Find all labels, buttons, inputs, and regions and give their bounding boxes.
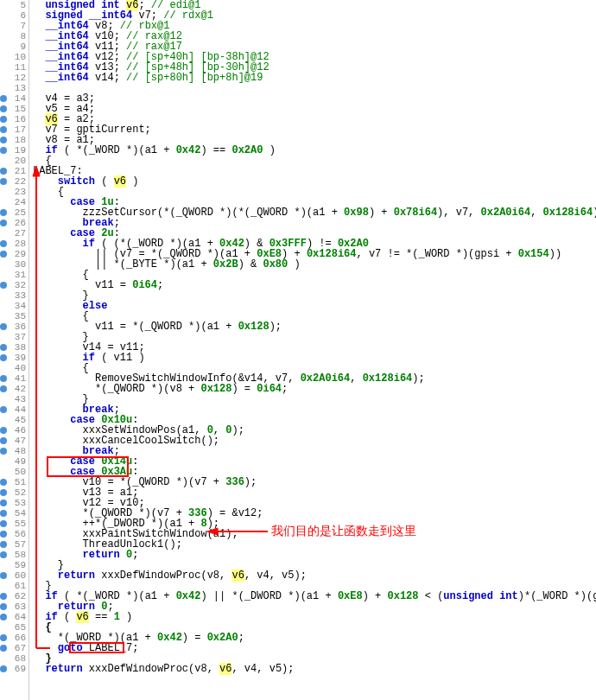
- gutter-row[interactable]: 60: [0, 570, 29, 581]
- gutter-row[interactable]: 59: [0, 560, 29, 570]
- gutter-row[interactable]: 54: [0, 508, 29, 519]
- gutter-row[interactable]: 13: [0, 83, 29, 93]
- gutter-row[interactable]: 24: [0, 197, 29, 207]
- breakpoint-dot[interactable]: [0, 541, 7, 548]
- gutter-row[interactable]: 37: [0, 332, 29, 342]
- gutter-row[interactable]: 11: [0, 62, 29, 73]
- gutter-row[interactable]: 61: [0, 581, 29, 591]
- gutter-row[interactable]: 12: [0, 73, 29, 83]
- code-line[interactable]: __int64 v14; // [sp+80h] [bp+8h]@19: [33, 73, 596, 83]
- gutter-row[interactable]: 68: [0, 653, 29, 664]
- breakpoint-dot[interactable]: [0, 344, 7, 351]
- code-line[interactable]: v11 = 0i64;: [33, 280, 596, 290]
- breakpoint-dot[interactable]: [0, 500, 7, 506]
- gutter-row[interactable]: 23: [0, 187, 29, 197]
- gutter-row[interactable]: 63: [0, 601, 29, 612]
- breakpoint-dot[interactable]: [0, 603, 7, 610]
- breakpoint-dot[interactable]: [0, 220, 7, 226]
- breakpoint-dot[interactable]: [0, 427, 7, 434]
- breakpoint-dot[interactable]: [0, 354, 7, 361]
- gutter-row[interactable]: 15: [0, 104, 29, 114]
- gutter-row[interactable]: 5: [0, 0, 29, 10]
- code-line[interactable]: [33, 83, 596, 93]
- gutter-row[interactable]: 47: [0, 436, 29, 446]
- gutter-row[interactable]: 62: [0, 591, 29, 601]
- gutter-row[interactable]: 14: [0, 93, 29, 104]
- code-line[interactable]: return xxxDefWindowProc(v8, v6, v4, v5);: [33, 664, 596, 674]
- gutter-row[interactable]: 32: [0, 280, 29, 290]
- code-area[interactable]: unsigned int v6; // edi@1 signed __int64…: [29, 0, 596, 700]
- code-line[interactable]: return 0;: [33, 550, 596, 560]
- code-line[interactable]: || *(_BYTE *)(a1 + 0x2B) & 0x80 ): [33, 259, 596, 270]
- breakpoint-dot[interactable]: [0, 116, 7, 123]
- breakpoint-dot[interactable]: [0, 531, 7, 538]
- breakpoint-dot[interactable]: [0, 406, 7, 413]
- code-line[interactable]: else: [33, 301, 596, 311]
- code-line[interactable]: v4 = a3;: [33, 93, 596, 104]
- breakpoint-dot[interactable]: [0, 168, 7, 175]
- gutter-row[interactable]: 36: [0, 321, 29, 332]
- code-line[interactable]: switch ( v6 ): [33, 176, 596, 187]
- breakpoint-dot[interactable]: [0, 489, 7, 496]
- breakpoint-dot[interactable]: [0, 105, 7, 112]
- code-line[interactable]: v7 = gptiCurrent;: [33, 124, 596, 135]
- breakpoint-dot[interactable]: [0, 385, 7, 392]
- breakpoint-dot[interactable]: [0, 178, 7, 185]
- breakpoint-dot[interactable]: [0, 665, 7, 672]
- gutter-row[interactable]: 20: [0, 156, 29, 166]
- gutter-row[interactable]: 10: [0, 52, 29, 62]
- breakpoint-dot[interactable]: [0, 634, 7, 641]
- breakpoint-dot[interactable]: [0, 137, 7, 143]
- gutter-row[interactable]: 67: [0, 643, 29, 653]
- gutter-row[interactable]: 29: [0, 249, 29, 259]
- gutter-row[interactable]: 40: [0, 363, 29, 373]
- code-line[interactable]: v5 = a4;: [33, 104, 596, 114]
- gutter-row[interactable]: 38: [0, 342, 29, 353]
- breakpoint-dot[interactable]: [0, 551, 7, 558]
- gutter-row[interactable]: 44: [0, 404, 29, 415]
- gutter-row[interactable]: 46: [0, 425, 29, 436]
- breakpoint-dot[interactable]: [0, 437, 7, 444]
- breakpoint-dot[interactable]: [0, 520, 7, 527]
- breakpoint-dot[interactable]: [0, 240, 7, 247]
- gutter-row[interactable]: 6: [0, 10, 29, 21]
- breakpoint-dot[interactable]: [0, 479, 7, 486]
- code-line[interactable]: if ( *(_WORD *)(a1 + 0x42) == 0x2A0 ): [33, 145, 596, 156]
- code-line[interactable]: *(_QWORD *)(v8 + 0x128) = 0i64;: [33, 384, 596, 394]
- gutter-row[interactable]: 31: [0, 270, 29, 280]
- gutter-row[interactable]: 34: [0, 301, 29, 311]
- gutter-row[interactable]: 8: [0, 31, 29, 41]
- breakpoint-dot[interactable]: [0, 614, 7, 620]
- breakpoint-dot[interactable]: [0, 95, 7, 102]
- breakpoint-dot[interactable]: [0, 282, 7, 289]
- breakpoint-dot[interactable]: [0, 147, 7, 154]
- gutter-row[interactable]: 21: [0, 166, 29, 176]
- breakpoint-dot[interactable]: [0, 510, 7, 517]
- gutter-row[interactable]: 51: [0, 477, 29, 487]
- gutter-row[interactable]: 27: [0, 228, 29, 239]
- breakpoint-dot[interactable]: [0, 251, 7, 258]
- gutter-row[interactable]: 55: [0, 519, 29, 529]
- breakpoint-dot[interactable]: [0, 645, 7, 652]
- gutter-row[interactable]: 56: [0, 529, 29, 539]
- gutter-row[interactable]: 41: [0, 373, 29, 384]
- breakpoint-dot[interactable]: [0, 323, 7, 330]
- breakpoint-dot[interactable]: [0, 572, 7, 579]
- gutter-row[interactable]: 26: [0, 218, 29, 228]
- gutter-row[interactable]: 28: [0, 239, 29, 249]
- gutter-row[interactable]: 58: [0, 550, 29, 560]
- gutter-row[interactable]: 42: [0, 384, 29, 394]
- code-line[interactable]: if ( v11 ): [33, 353, 596, 363]
- gutter-row[interactable]: 33: [0, 290, 29, 301]
- breakpoint-dot[interactable]: [0, 448, 7, 455]
- gutter-row[interactable]: 30: [0, 259, 29, 270]
- gutter-row[interactable]: 7: [0, 21, 29, 31]
- gutter-row[interactable]: 22: [0, 176, 29, 187]
- code-line[interactable]: {: [33, 156, 596, 166]
- gutter-row[interactable]: 66: [0, 633, 29, 643]
- code-line[interactable]: return xxxDefWindowProc(v8, v6, v4, v5);: [33, 570, 596, 581]
- gutter-row[interactable]: 17: [0, 124, 29, 135]
- gutter-row[interactable]: 19: [0, 145, 29, 156]
- gutter-row[interactable]: 43: [0, 394, 29, 404]
- code-line[interactable]: if ( *(_WORD *)(a1 + 0x42) || *(_DWORD *…: [33, 591, 596, 601]
